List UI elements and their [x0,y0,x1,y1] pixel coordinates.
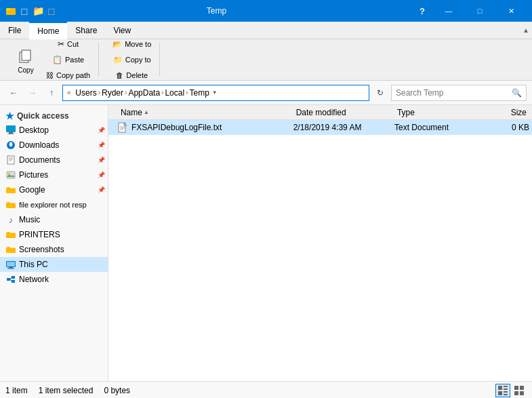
svg-rect-9 [9,142,12,145]
sidebar-item-this-pc[interactable]: This PC [0,257,108,272]
path-local[interactable]: Local [165,88,184,98]
file-header: Name ▲ Date modified Type Size [108,105,532,120]
path-users[interactable]: Users [75,88,96,98]
svg-rect-35 [514,386,518,390]
sidebar-item-file-explorer[interactable]: file explorer not resp [0,197,108,212]
file-name-cell: FXSAPIDebugLogFile.txt [118,122,293,133]
search-input[interactable] [396,88,509,98]
app-icon [5,5,16,16]
file-modified-cell: 2/18/2019 4:39 AM [293,123,394,132]
col-header-size[interactable]: Size [475,105,529,120]
printers-folder-icon [5,229,16,240]
refresh-button[interactable]: ↻ [372,85,388,101]
sidebar-item-documents[interactable]: Documents 📌 [0,153,108,167]
documents-icon [5,155,16,165]
screenshots-folder-icon [5,244,16,255]
sidebar-item-desktop[interactable]: Desktop 📌 [0,123,108,138]
sidebar-item-network[interactable]: Network [0,272,108,287]
sidebar-item-screenshots[interactable]: Screenshots [0,242,108,257]
svg-rect-18 [9,267,13,268]
desktop-label: Desktop [19,125,49,135]
move-to-button[interactable]: 📂 Move to [110,37,154,52]
paste-button[interactable]: 📋 Paste [43,52,93,67]
this-pc-icon [5,259,16,270]
svg-rect-17 [7,262,15,266]
copy-path-label: Copy path [56,71,90,79]
sort-arrow-icon: ▲ [144,109,149,115]
svg-rect-21 [12,276,15,279]
cut-button[interactable]: ✂ Cut [43,37,93,52]
organize-group: 📂 Move to 📁 Copy to 🗑 Delete [104,43,160,77]
svg-rect-22 [12,280,15,283]
col-header-modified[interactable]: Date modified [293,105,394,120]
svg-point-15 [8,173,10,175]
svg-rect-5 [9,132,13,134]
status-right [495,384,527,397]
help-button[interactable]: ? [411,0,433,22]
music-icon: ♪ [5,214,16,225]
ribbon-content: Copy ✂ Cut 📋 Paste ⛓ Copy path [0,39,532,80]
tab-file[interactable]: File [0,22,29,39]
printers-label: PRINTERS [19,230,60,239]
quick-access-icon: ★ [5,111,14,121]
main-content: ★ Quick access Desktop 📌 Downloads 📌 Doc… [0,105,532,381]
svg-rect-38 [520,391,524,395]
sidebar-item-printers[interactable]: PRINTERS [0,227,108,242]
path-appdata[interactable]: AppData [128,88,160,98]
address-bar: ← → ↑ « Users › Ryder › AppData › Local … [0,81,532,105]
back-button[interactable]: ← [5,85,22,101]
copy-path-button2[interactable]: ⛓ Copy path [43,68,93,83]
network-icon [5,274,16,285]
downloads-pin-icon: 📌 [98,142,105,148]
svg-rect-33 [504,391,508,393]
col-header-name[interactable]: Name ▲ [118,105,293,120]
file-type: Text Document [394,123,449,132]
this-pc-label: This PC [19,260,48,269]
details-view-button[interactable] [495,384,510,397]
minimize-button[interactable]: — [433,0,464,22]
google-label: Google [19,185,45,195]
path-temp[interactable]: Temp [189,88,209,98]
sidebar-item-google[interactable]: Google 📌 [0,182,108,197]
svg-rect-34 [504,394,508,395]
sidebar: ★ Quick access Desktop 📌 Downloads 📌 Doc… [0,105,108,381]
sidebar-item-music[interactable]: ♪ Music [0,212,108,227]
svg-line-23 [10,277,12,279]
up-button[interactable]: ↑ [43,85,60,101]
maximize-button[interactable]: □ [464,0,495,22]
downloads-label: Downloads [19,140,59,150]
file-size: 0 KB [512,123,529,132]
table-row[interactable]: FXSAPIDebugLogFile.txt 2/18/2019 4:39 AM… [108,120,532,135]
ribbon-collapse-icon[interactable]: ▲ [523,26,529,34]
sidebar-item-pictures[interactable]: Pictures 📌 [0,167,108,182]
svg-rect-19 [7,268,14,269]
status-bar: 1 item 1 item selected 0 bytes [0,381,532,398]
ribbon: File Home Share View ▲ Copy ✂ Cu [0,22,532,81]
clipboard-group: Copy ✂ Cut 📋 Paste ⛓ Copy path [5,43,99,77]
forward-button[interactable]: → [24,85,41,101]
path-ryder[interactable]: Ryder [102,88,123,98]
cut-label: Cut [67,40,79,48]
svg-rect-10 [7,156,14,164]
search-box[interactable]: 🔍 [391,85,527,101]
desktop-pin-icon: 📌 [98,127,105,134]
delete-button[interactable]: 🗑 Delete [110,68,154,83]
svg-rect-4 [6,125,16,132]
screenshots-label: Screenshots [19,245,64,254]
svg-rect-14 [7,172,15,178]
col-header-type[interactable]: Type [394,105,475,120]
svg-rect-20 [7,278,10,281]
window-title: Temp [22,6,411,16]
path-dropdown-icon[interactable]: ▼ [212,89,218,96]
large-icons-view-button[interactable] [512,384,527,397]
copy-to-button[interactable]: 📁 Copy to [110,52,154,67]
sidebar-item-downloads[interactable]: Downloads 📌 [0,138,108,153]
network-label: Network [19,275,49,284]
svg-rect-29 [498,386,502,390]
file-name: FXSAPIDebugLogFile.txt [131,123,222,132]
pictures-icon [5,170,16,180]
address-path[interactable]: « Users › Ryder › AppData › Local › Temp… [62,85,369,101]
documents-pin-icon: 📌 [98,157,105,163]
copy-path-button[interactable]: Copy [11,43,41,77]
close-button[interactable]: ✕ [495,0,527,22]
